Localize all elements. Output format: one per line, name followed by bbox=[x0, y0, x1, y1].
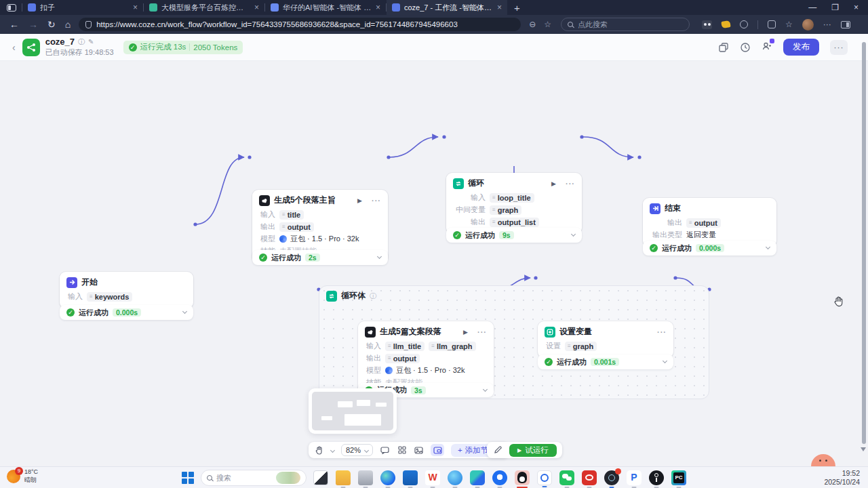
node-more-icon[interactable]: ··· bbox=[372, 197, 381, 205]
page-scrollbar[interactable] bbox=[862, 42, 866, 444]
tab-close-icon[interactable]: × bbox=[497, 3, 502, 12]
history-icon[interactable] bbox=[740, 42, 751, 53]
chevron-down-icon[interactable] bbox=[571, 232, 576, 237]
taskbar-clock[interactable]: 19:52 2025/10/24 bbox=[824, 469, 860, 487]
node-loop-status[interactable]: ✓ 运行成功 9s bbox=[446, 228, 582, 243]
test-run-button[interactable]: ▶ 试运行 bbox=[509, 444, 557, 457]
extension-dark-icon[interactable] bbox=[702, 20, 712, 29]
chevron-down-icon[interactable] bbox=[377, 254, 382, 259]
refresh-icon[interactable]: ↻ bbox=[47, 19, 56, 30]
wechat-icon[interactable] bbox=[559, 470, 574, 485]
extension-paw-icon[interactable] bbox=[721, 20, 730, 28]
forward-icon[interactable]: → bbox=[28, 19, 38, 30]
node-more-icon[interactable]: ··· bbox=[477, 328, 487, 336]
header-more-button[interactable]: ··· bbox=[830, 40, 848, 55]
auto-layout-icon[interactable] bbox=[397, 446, 407, 455]
browser-profile-avatar[interactable] bbox=[802, 19, 814, 30]
zoom-out-icon[interactable]: ⊖ bbox=[529, 20, 536, 29]
blue-orb-app-icon[interactable] bbox=[492, 470, 507, 485]
end-node-icon bbox=[650, 203, 660, 214]
microsoft-store-icon[interactable] bbox=[403, 470, 418, 485]
browser-search-box[interactable]: 点此搜索 bbox=[561, 18, 690, 31]
tab-bailian-console[interactable]: 大模型服务平台百炼控制台 × bbox=[144, 0, 264, 15]
map-pin-app-icon[interactable] bbox=[649, 470, 664, 485]
scrollbar-down-arrow[interactable] bbox=[861, 447, 866, 451]
task-view-icon[interactable] bbox=[313, 470, 328, 485]
favorites-icon[interactable]: ☆ bbox=[785, 20, 793, 29]
chevron-down-icon[interactable] bbox=[483, 386, 488, 391]
publish-button[interactable]: 发布 bbox=[783, 39, 819, 56]
start-button[interactable] bbox=[182, 472, 194, 484]
pycharm-icon[interactable]: PC bbox=[671, 470, 686, 485]
node-set-variable[interactable]: 设置变量 ··· 设置 ≡graph bbox=[538, 321, 673, 358]
quark-browser-icon[interactable] bbox=[470, 470, 485, 485]
bookmark-star-icon[interactable]: ☆ bbox=[544, 20, 551, 29]
qq-icon[interactable] bbox=[515, 470, 530, 485]
new-tab-button[interactable]: + bbox=[514, 2, 520, 14]
extensions-menu-icon[interactable] bbox=[740, 20, 748, 28]
tab-coze7-workflow[interactable]: coze_7 - 工作流 -智能体平台 × bbox=[387, 0, 507, 15]
tab-close-icon[interactable]: × bbox=[254, 3, 259, 12]
workflow-canvas[interactable]: 循环体 ⓘ 开始 输入 ≡keywords ✓ 运行成功 0.000s 生成5个… bbox=[0, 61, 868, 465]
printer-app-icon[interactable] bbox=[358, 470, 373, 485]
hand-tool-icon[interactable] bbox=[314, 446, 324, 455]
minimap-toggle-icon[interactable] bbox=[431, 444, 444, 456]
grab-cursor bbox=[833, 296, 845, 308]
edge-browser-icon[interactable] bbox=[380, 470, 395, 485]
node-run-icon[interactable]: ▶ bbox=[551, 180, 556, 187]
duplicate-icon[interactable] bbox=[718, 42, 729, 53]
hand-tool-chevron-icon[interactable] bbox=[330, 447, 335, 452]
qq-browser-icon[interactable] bbox=[448, 470, 462, 485]
node-run-icon[interactable]: ▶ bbox=[357, 197, 362, 204]
address-bar[interactable]: https://www.coze.cn/work_flow?workflow_i… bbox=[79, 18, 521, 31]
browser-window-icon[interactable] bbox=[7, 4, 16, 12]
window-restore-button[interactable]: ❐ bbox=[831, 3, 839, 12]
chevron-down-icon[interactable] bbox=[766, 245, 770, 249]
weather-widget[interactable]: 9 18°C 晴朗 bbox=[7, 468, 38, 484]
duration-badge: 9s bbox=[499, 231, 514, 239]
node-gen5-status[interactable]: ✓ 运行成功 2s bbox=[252, 250, 388, 265]
tencent-meeting-icon[interactable] bbox=[537, 470, 552, 485]
loop-node-icon bbox=[453, 178, 464, 189]
obs-like-app-icon[interactable] bbox=[604, 470, 619, 485]
node-end[interactable]: 结束 输出 ≡output 输出类型 返回变量 bbox=[643, 198, 776, 247]
edit-title-icon[interactable]: ✎ bbox=[88, 38, 94, 45]
zoom-level-select[interactable]: 82% bbox=[341, 444, 373, 456]
red-ring-app-icon[interactable] bbox=[582, 470, 597, 485]
run-result-badge[interactable]: ✓ 运行完成 13s 2050 Tokens bbox=[123, 41, 243, 54]
home-icon[interactable]: ⌂ bbox=[65, 19, 71, 30]
back-chevron[interactable]: ‹ bbox=[12, 42, 16, 53]
debug-pen-icon[interactable] bbox=[492, 446, 502, 455]
node-start-status[interactable]: ✓ 运行成功 0.000s bbox=[60, 305, 193, 320]
info-icon[interactable]: ⓘ bbox=[78, 37, 85, 47]
sidebar-panel-icon[interactable] bbox=[841, 21, 850, 28]
node-more-icon[interactable]: ··· bbox=[566, 180, 575, 188]
node-loop[interactable]: 循环 ▶ ··· 输入 ≡loop_title 中间变量 ≡graph 输出 ≡… bbox=[446, 173, 582, 234]
back-icon[interactable]: ← bbox=[9, 19, 19, 30]
downloads-icon[interactable] bbox=[768, 20, 776, 28]
export-image-icon[interactable] bbox=[414, 446, 424, 455]
output-type-value: 返回变量 bbox=[686, 230, 716, 240]
canvas-minimap[interactable] bbox=[309, 388, 397, 434]
url-text[interactable]: https://www.coze.cn/work_flow?workflow_i… bbox=[96, 20, 458, 28]
window-minimize-button[interactable]: — bbox=[808, 3, 816, 12]
taskbar-search-box[interactable]: 搜索 bbox=[201, 470, 307, 486]
node-end-status[interactable]: ✓ 运行成功 0.000s bbox=[643, 241, 776, 256]
node-more-icon[interactable]: ··· bbox=[657, 328, 667, 336]
chevron-down-icon[interactable] bbox=[182, 309, 187, 314]
tab-close-icon[interactable]: × bbox=[133, 3, 138, 12]
tab-kouzi[interactable]: 扣子 × bbox=[22, 0, 143, 15]
tab-close-icon[interactable]: × bbox=[376, 3, 380, 12]
file-explorer-icon[interactable] bbox=[336, 470, 351, 485]
node-run-icon[interactable]: ▶ bbox=[463, 329, 468, 336]
tab-agent[interactable]: 华仔的AI智能体 -智能体 - 扣子 × bbox=[265, 0, 386, 15]
window-close-button[interactable]: × bbox=[854, 3, 859, 12]
blue-p-app-icon[interactable]: P bbox=[627, 470, 642, 485]
node-setvar-status[interactable]: ✓ 运行成功 0.001s bbox=[538, 354, 673, 369]
wps-office-icon[interactable]: W bbox=[425, 470, 440, 485]
browser-menu-icon[interactable]: ··· bbox=[823, 20, 831, 29]
node-start[interactable]: 开始 输入 ≡keywords bbox=[60, 272, 193, 308]
collaboration-icon[interactable] bbox=[762, 41, 772, 54]
chevron-down-icon[interactable] bbox=[663, 359, 667, 363]
comment-tool-icon[interactable] bbox=[380, 446, 390, 455]
